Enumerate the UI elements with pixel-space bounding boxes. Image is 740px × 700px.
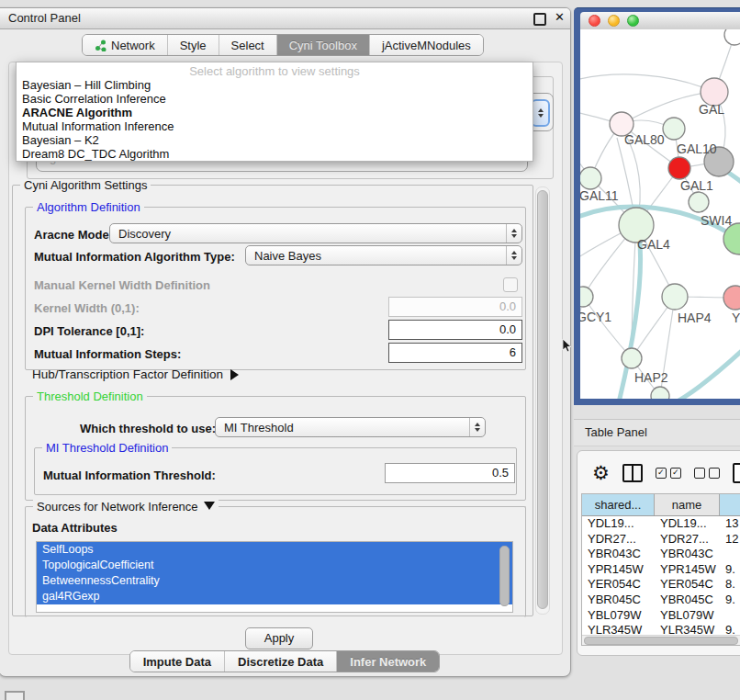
deselect-all-checkboxes-icon[interactable] bbox=[694, 468, 720, 479]
close-traffic-light[interactable] bbox=[589, 15, 600, 27]
table-cell: 13 bbox=[720, 516, 740, 532]
bottom-tab-impute-data[interactable]: Impute Data bbox=[130, 651, 225, 672]
sources-group-label[interactable]: Sources for Network Inference bbox=[33, 500, 219, 514]
node-label: GAL bbox=[699, 102, 724, 117]
split-columns-icon[interactable] bbox=[622, 464, 643, 482]
algorithm-option-basic-correlation-inference[interactable]: Basic Correlation Inference bbox=[17, 92, 533, 106]
attribute-item-gal4rgexp[interactable]: gal4RGexp bbox=[37, 589, 512, 604]
column-header-shared[interactable]: shared... bbox=[582, 494, 655, 515]
table-cell: 12 bbox=[720, 532, 740, 548]
control-panel-titlebar[interactable]: Control Panel ✕ bbox=[0, 8, 570, 29]
bottom-tab-infer-network[interactable]: Infer Network bbox=[337, 651, 439, 672]
table-row[interactable]: YDR27...YDR27...12 bbox=[582, 532, 740, 548]
settings-scrollbar[interactable] bbox=[535, 186, 550, 615]
tab-network[interactable]: Network bbox=[83, 35, 168, 55]
dpi-tolerance-input[interactable]: 0.0 bbox=[388, 320, 522, 340]
threshold-definition-label: Threshold Definition bbox=[33, 390, 147, 403]
cyni-settings-group-label: Cyni Algorithm Settings bbox=[20, 178, 151, 192]
table-row[interactable]: YBR043CYBR043C bbox=[582, 547, 740, 562]
network-node-swi4[interactable] bbox=[689, 192, 709, 212]
table-row[interactable]: YDL19...YDL19...13 bbox=[582, 516, 740, 532]
network-node[interactable] bbox=[724, 29, 740, 45]
network-node-gal11[interactable] bbox=[580, 167, 601, 189]
node-label: HAP4 bbox=[678, 310, 712, 325]
hub-definition-toggle[interactable]: Hub/Transcription Factor Definition bbox=[32, 367, 239, 381]
network-node-y[interactable] bbox=[723, 286, 740, 310]
attributes-scrollbar-thumb[interactable] bbox=[499, 546, 510, 606]
tab-label: jActiveMNodules bbox=[382, 39, 471, 52]
table-cell: YLR345W bbox=[655, 623, 720, 636]
network-node-gcy1[interactable] bbox=[580, 287, 593, 307]
table-row[interactable]: YBL079WYBL079W bbox=[582, 608, 740, 624]
aracne-mode-combobox[interactable]: Discovery bbox=[109, 223, 522, 243]
algorithm-option-mutual-information-inference[interactable]: Mutual Information Inference bbox=[17, 119, 533, 133]
stepper-down-icon bbox=[538, 114, 544, 118]
apply-button[interactable]: Apply bbox=[245, 627, 313, 649]
algorithm-option-bayesian-hill-climbing[interactable]: Bayesian – Hill Climbing bbox=[17, 78, 533, 92]
tab-select[interactable]: Select bbox=[219, 35, 277, 55]
column-header-name[interactable]: name bbox=[655, 494, 720, 515]
which-threshold-value: MI Threshold bbox=[216, 421, 469, 435]
table-cell bbox=[720, 547, 740, 562]
expand-right-icon bbox=[230, 369, 239, 380]
minimize-traffic-light[interactable] bbox=[608, 15, 620, 27]
network-node-gal1[interactable] bbox=[668, 157, 690, 179]
node-label: Y bbox=[732, 310, 740, 325]
network-view-titlebar[interactable] bbox=[580, 12, 740, 30]
mi-type-combobox[interactable]: Naive Bayes bbox=[245, 245, 522, 265]
table-row[interactable]: YBR045CYBR045C9. bbox=[582, 593, 740, 608]
collapsed-panel-button[interactable] bbox=[5, 691, 25, 700]
screen: Control Panel ✕ NetworkStyleSelectCyni T… bbox=[0, 0, 740, 700]
node-label: GCY1 bbox=[580, 310, 611, 324]
tab-jactivemnodules[interactable]: jActiveMNodules bbox=[370, 35, 483, 55]
network-node-hap4[interactable] bbox=[662, 284, 688, 310]
combo-stepper-icon bbox=[506, 224, 521, 243]
manual-kernel-checkbox[interactable] bbox=[503, 277, 518, 292]
tab-label: Network bbox=[111, 39, 155, 52]
algorithm-option-bayesian-k2[interactable]: Bayesian – K2 bbox=[17, 133, 533, 147]
network-icon bbox=[95, 40, 107, 51]
table-panel-title: Table Panel bbox=[585, 425, 647, 439]
settings-scrollbar-thumb[interactable] bbox=[537, 190, 548, 609]
table-row[interactable]: YLR345WYLR345W9. bbox=[582, 623, 740, 636]
which-threshold-combobox[interactable]: MI Threshold bbox=[215, 417, 486, 437]
attribute-item-betweennesscentrality[interactable]: BetweennessCentrality bbox=[37, 573, 512, 589]
algorithm-option-aracne-algorithm[interactable]: ARACNE Algorithm bbox=[17, 106, 533, 119]
select-all-checkboxes-icon[interactable]: ✓✓ bbox=[656, 468, 681, 479]
table-cell: YBR043C bbox=[655, 547, 720, 562]
kernel-width-input[interactable]: 0.0 bbox=[388, 297, 522, 317]
table-cell: YDL19... bbox=[655, 516, 720, 532]
table-cell: YPR145W bbox=[582, 562, 655, 578]
column-header-partial[interactable] bbox=[720, 494, 740, 515]
sources-title: Sources for Network Inference bbox=[37, 500, 198, 514]
bottom-tab-discretize-data[interactable]: Discretize Data bbox=[225, 651, 337, 672]
table-panel-titlebar[interactable]: Table Panel bbox=[574, 419, 740, 446]
function-builder-icon[interactable] bbox=[733, 463, 740, 483]
network-node-gal10[interactable] bbox=[663, 118, 685, 140]
table-row[interactable]: YPR145WYPR145W9. bbox=[582, 562, 740, 578]
attribute-item-selfloops[interactable]: SelfLoops bbox=[37, 542, 512, 558]
close-icon[interactable]: ✕ bbox=[555, 10, 565, 24]
network-node[interactable] bbox=[723, 223, 740, 254]
table-hscrollbar-thumb[interactable] bbox=[584, 637, 738, 645]
network-canvas[interactable]: GALGAL80GAL10GAL1GAL11SWI4GAL4GCY1HAP4YH… bbox=[580, 29, 740, 399]
table-cell bbox=[720, 608, 740, 624]
table-cell: YBR043C bbox=[582, 547, 655, 562]
table-row[interactable]: YER054CYER054C8. bbox=[582, 577, 740, 593]
algorithm-option-dream8-dc-tdc-algorithm[interactable]: Dream8 DC_TDC Algorithm bbox=[17, 147, 533, 161]
mi-steps-input[interactable]: 6 bbox=[388, 343, 522, 363]
focused-stepper[interactable] bbox=[531, 99, 550, 127]
table-settings-gear-icon[interactable]: ⚙ bbox=[592, 464, 610, 482]
mi-threshold-input[interactable]: 0.5 bbox=[385, 463, 515, 483]
tab-style[interactable]: Style bbox=[168, 35, 219, 55]
float-window-icon[interactable] bbox=[533, 13, 546, 26]
table-cell: YLR345W bbox=[582, 623, 655, 636]
tab-cyni-toolbox[interactable]: Cyni Toolbox bbox=[277, 35, 370, 55]
table-hscrollbar[interactable] bbox=[582, 635, 740, 645]
attribute-item-topologicalcoefficient[interactable]: TopologicalCoefficient bbox=[37, 558, 512, 573]
network-node-hap2[interactable] bbox=[622, 348, 642, 368]
table-cell: YER054C bbox=[655, 577, 720, 593]
table-cell: 9. bbox=[720, 593, 740, 608]
which-threshold-label: Which threshold to use: bbox=[80, 422, 216, 435]
zoom-traffic-light[interactable] bbox=[627, 15, 639, 27]
